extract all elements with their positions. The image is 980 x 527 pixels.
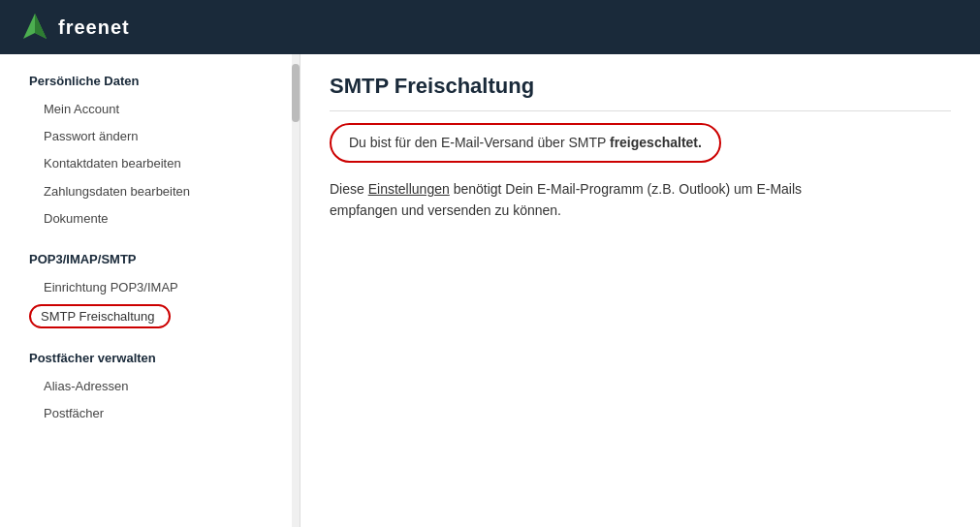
scrollbar-thumb[interactable] (292, 64, 300, 122)
sidebar-section-pop3: POP3/IMAP/SMTP (29, 252, 280, 266)
freenet-logo-icon (19, 12, 50, 43)
sidebar-item-smtp-freischaltung-wrapper: SMTP Freischaltung (29, 301, 280, 331)
scrollbar-track (292, 54, 300, 527)
sidebar-item-zahlungsdaten[interactable]: Zahlungsdaten bearbeiten (29, 178, 280, 205)
sidebar-item-dokumente[interactable]: Dokumente (29, 205, 280, 232)
description-prefix: Diese (330, 181, 368, 197)
sidebar-item-kontaktdaten[interactable]: Kontaktdaten bearbeiten (29, 150, 280, 177)
status-oval-container: Du bist für den E-Mail-Versand über SMTP… (330, 123, 951, 178)
status-text-prefix: Du bist für den E-Mail-Versand über SMTP (349, 135, 610, 150)
description-text: Diese Einstellungen benötigt Dein E-Mail… (330, 178, 872, 222)
sidebar-item-smtp-freischaltung[interactable]: SMTP Freischaltung (29, 304, 171, 328)
status-text-bold: freigeschaltet. (610, 135, 702, 150)
header: freenet (0, 0, 980, 54)
content-title: SMTP Freischaltung (330, 74, 951, 111)
sidebar-item-passwort-aendern[interactable]: Passwort ändern (29, 123, 280, 150)
main-container: Persönliche Daten Mein Account Passwort … (0, 54, 980, 527)
status-oval: Du bist für den E-Mail-Versand über SMTP… (330, 123, 721, 163)
sidebar-item-einrichtung-pop3[interactable]: Einrichtung POP3/IMAP (29, 274, 280, 301)
svg-marker-1 (35, 14, 47, 39)
sidebar-item-postfaecher[interactable]: Postfächer (29, 400, 280, 427)
logo-container: freenet (19, 12, 130, 43)
sidebar-section-persoenliche-daten: Persönliche Daten (29, 74, 280, 88)
sidebar-section-postfaecher: Postfächer verwalten (29, 351, 280, 365)
sidebar-item-alias-adressen[interactable]: Alias-Adressen (29, 373, 280, 400)
logo-text: freenet (58, 16, 130, 39)
sidebar: Persönliche Daten Mein Account Passwort … (0, 54, 300, 527)
einstellungen-link[interactable]: Einstellungen (368, 181, 450, 197)
sidebar-item-mein-account[interactable]: Mein Account (29, 96, 280, 123)
content-area: SMTP Freischaltung Du bist für den E-Mai… (300, 54, 980, 527)
